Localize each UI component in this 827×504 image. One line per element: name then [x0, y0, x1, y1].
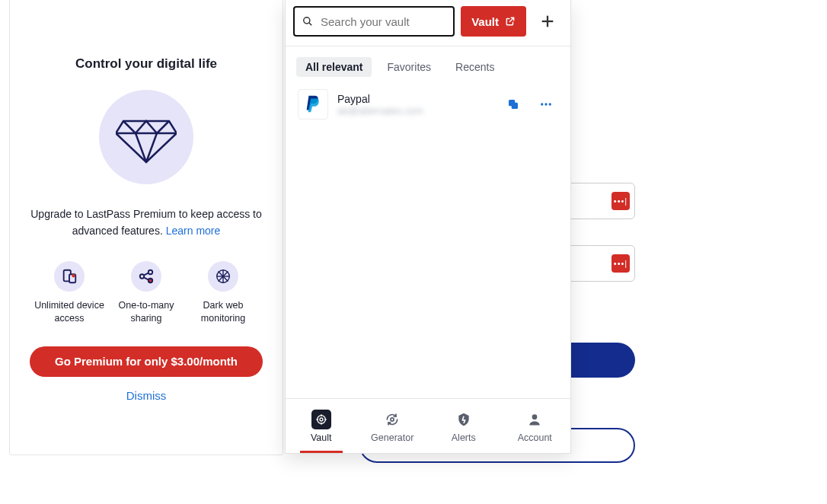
dismiss-link[interactable]: Dismiss [126, 389, 167, 402]
feature-label: Unlimited device access [31, 299, 107, 325]
lastpass-fill-icon[interactable]: •••| [611, 192, 630, 210]
feature-label: Dark web monitoring [185, 299, 261, 325]
svg-point-21 [544, 103, 547, 105]
extension-header: Vault [286, 0, 570, 43]
svg-point-23 [317, 415, 325, 423]
plus-icon [539, 13, 556, 30]
feature-label: One-to-many sharing [108, 299, 184, 325]
tab-favorites[interactable]: Favorites [378, 57, 440, 77]
paypal-icon [304, 94, 322, 114]
lastpass-fill-icon[interactable]: •••| [611, 254, 630, 273]
svg-point-24 [320, 418, 323, 421]
nav-generator[interactable]: Generator [357, 399, 429, 453]
svg-point-29 [391, 417, 394, 420]
promo-subtext-text: Upgrade to LastPass Premium to keep acce… [30, 208, 261, 237]
promo-title: Control your digital life [75, 56, 217, 72]
nav-alerts[interactable]: Alerts [428, 399, 500, 453]
feature-sharing: One-to-many sharing [108, 261, 184, 325]
external-link-icon [505, 16, 516, 27]
account-icon [525, 410, 544, 429]
nav-account[interactable]: Account [500, 399, 571, 453]
devices-icon [54, 261, 85, 292]
bottom-nav: Vault Generator Alerts Account [286, 398, 570, 453]
svg-line-7 [144, 273, 148, 275]
more-horizontal-icon [538, 97, 554, 111]
add-item-button[interactable] [532, 6, 563, 37]
tab-all-relevant[interactable]: All relevant [296, 57, 372, 77]
vault-button-label: Vault [471, 15, 499, 28]
tab-recents[interactable]: Recents [446, 57, 503, 77]
generator-icon [382, 410, 402, 429]
nav-label: Vault [311, 432, 332, 443]
svg-line-15 [309, 23, 311, 25]
feature-row: Unlimited device access One-to-many shar… [27, 261, 266, 325]
search-wrap[interactable] [293, 6, 455, 37]
feature-unlimited-device: Unlimited device access [31, 261, 107, 325]
share-icon [131, 261, 161, 292]
svg-point-22 [549, 103, 551, 105]
entry-text: Paypal ab@alternates.com [337, 93, 493, 116]
filter-tabs: All relevant Favorites Recents [286, 46, 570, 85]
vault-icon [311, 410, 331, 429]
vault-entry-paypal[interactable]: Paypal ab@alternates.com [286, 85, 570, 124]
extension-panel: Vault All relevant Favorites Recents Pay… [285, 0, 571, 454]
nav-label: Alerts [452, 432, 476, 443]
nav-label: Generator [371, 432, 414, 443]
search-icon [302, 15, 313, 27]
nav-label: Account [518, 432, 552, 443]
copy-action[interactable] [502, 94, 525, 114]
diamond-icon [116, 110, 177, 164]
feature-darkweb: Dark web monitoring [185, 261, 261, 325]
svg-point-14 [304, 18, 310, 24]
web-icon [208, 261, 238, 292]
svg-point-6 [148, 279, 153, 283]
svg-rect-19 [512, 103, 518, 109]
more-action[interactable] [534, 94, 558, 114]
nav-vault[interactable]: Vault [286, 399, 357, 453]
svg-point-5 [148, 270, 153, 275]
svg-point-4 [140, 274, 145, 279]
paypal-logo [298, 89, 328, 120]
search-input[interactable] [321, 15, 445, 28]
alerts-icon [454, 410, 474, 429]
copy-icon [506, 97, 520, 111]
svg-point-3 [72, 274, 75, 278]
svg-point-20 [541, 103, 543, 105]
open-vault-button[interactable]: Vault [461, 6, 526, 37]
svg-line-8 [144, 277, 148, 279]
entry-username: ab@alternates.com [337, 105, 493, 116]
premium-promo-card: Control your digital life Upgrade to Las… [9, 0, 283, 455]
svg-marker-0 [116, 121, 177, 162]
diamond-illustration [99, 90, 193, 184]
promo-subtext: Upgrade to LastPass Premium to keep acce… [27, 206, 266, 240]
learn-more-link[interactable]: Learn more [166, 225, 221, 237]
svg-point-30 [532, 414, 538, 419]
go-premium-button[interactable]: Go Premium for only $3.00/month [30, 346, 263, 377]
entry-title: Paypal [337, 93, 493, 105]
